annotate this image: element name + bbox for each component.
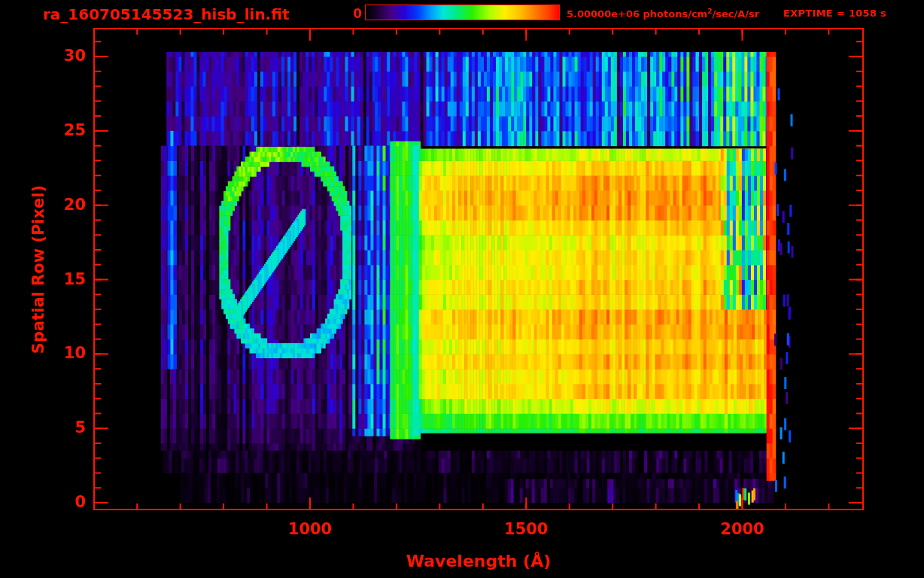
x-tick-label: 1500 xyxy=(492,520,560,538)
y-tick-label: 10 xyxy=(51,344,86,362)
colorbar-max-value: 5.00000e+06 photons/cm xyxy=(567,8,707,20)
spectrum-heatmap-canvas xyxy=(0,0,924,578)
file-title: ra_160705145523_hisb_lin.fit xyxy=(43,5,290,23)
colorbar-units-suffix: /sec/A/sr xyxy=(712,8,759,20)
y-tick-label: 25 xyxy=(51,121,86,139)
y-axis-title: Spatial Row (Pixel) xyxy=(29,157,47,382)
y-tick-label: 30 xyxy=(51,47,86,65)
y-tick-label: 15 xyxy=(51,270,86,288)
spectrum-viewer-window: ra_160705145523_hisb_lin.fit 0 5.00000e+… xyxy=(0,0,924,578)
exptime-label: EXPTIME = 1058 s xyxy=(783,8,886,19)
x-tick-label: 1000 xyxy=(276,520,344,538)
colorbar-gradient xyxy=(365,5,560,20)
y-tick-label: 0 xyxy=(51,493,86,511)
y-tick-label: 20 xyxy=(51,196,86,214)
colorbar-max-label: 5.00000e+06 photons/cm2/sec/A/sr xyxy=(567,8,759,20)
colorbar-min-label: 0 xyxy=(332,6,362,21)
x-axis-title: Wavelength (Å) xyxy=(366,552,591,570)
x-tick-label: 2000 xyxy=(709,520,777,538)
y-tick-label: 5 xyxy=(51,418,86,437)
